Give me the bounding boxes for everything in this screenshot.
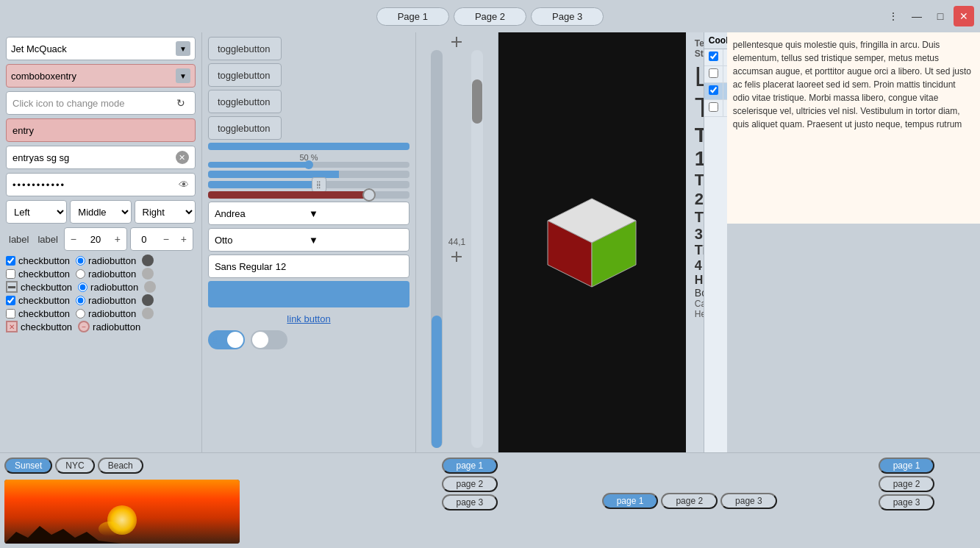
check4[interactable]: checkbutton [6,295,70,306]
checkbox1[interactable] [6,256,15,266]
toggle-btn-2[interactable]: togglebutton [208,63,282,87]
maximize-button[interactable]: □ [930,6,951,26]
combo-otto[interactable]: Otto ▼ [208,228,409,252]
search-clear-button[interactable]: ✕ [176,151,189,164]
combo-andrea[interactable]: Andrea ▼ [208,202,409,225]
toggle-switch-1[interactable]: ⣿ [208,330,245,349]
slider5-thumb[interactable] [362,188,376,202]
radio6-crossed[interactable]: − [78,321,90,332]
td-cool-2[interactable] [704,66,723,82]
row-check-1[interactable] [709,51,718,61]
search-input[interactable]: entryas sg sg [12,152,176,163]
slider3-track[interactable] [208,171,409,178]
align-select1[interactable]: LeftCenterRight [6,200,67,224]
check3[interactable]: checkbutton [6,281,72,293]
row-check-2[interactable] [709,68,718,78]
color-button[interactable] [208,281,409,307]
spin-input[interactable] [82,234,109,245]
table-row-orville[interactable]: ☾ Orville Rede... [704,83,727,100]
radio3-input[interactable] [78,282,87,292]
toggle-btn-1[interactable]: togglebutton [208,37,282,60]
checkbox3-mixed[interactable] [6,281,18,293]
num-minus[interactable]: − [157,227,175,251]
mode-reload-button[interactable]: ↻ [173,95,189,111]
font-row[interactable]: Sans Regular 12 [208,255,409,278]
slider2-track[interactable] [208,162,409,168]
combobox1[interactable]: Jet McQuack ▼ [6,37,196,60]
vslider-blue[interactable] [431,50,443,448]
radio3[interactable]: radiobutton [78,282,138,293]
spin-minus[interactable]: − [65,227,82,251]
toggle-btn-4[interactable]: togglebutton [208,116,282,140]
toggle-btn-3[interactable]: togglebutton [208,90,282,113]
td-cool-1[interactable] [704,49,723,65]
slider1-track[interactable] [208,143,409,150]
check2[interactable]: checkbutton [6,268,70,280]
check5[interactable]: checkbutton [6,308,70,319]
spin-plus[interactable]: + [109,227,126,251]
checkbox4[interactable] [6,296,15,305]
link-button[interactable]: link button [208,310,409,327]
entry-field[interactable]: entry [6,118,196,142]
num-plus[interactable]: + [175,227,193,251]
td-cool-4[interactable] [704,100,723,116]
vslider-grey[interactable] [471,50,483,448]
tab-page3[interactable]: Page 3 [531,7,604,26]
img-tab-beach[interactable]: Beach [98,458,143,474]
toggle-switch-2[interactable] [251,330,287,349]
eye-button[interactable]: 👁 [179,179,189,191]
bottom-page1-btn[interactable]: page 1 [442,458,498,474]
right-page1-btn[interactable]: page 1 [879,458,935,474]
tab-page2[interactable]: Page 2 [454,7,526,26]
row-check-3[interactable] [709,85,718,95]
combobox1-input[interactable]: Jet McQuack [11,43,176,54]
password-row[interactable]: 👁 [6,173,196,196]
radio1[interactable]: radiobutton [76,255,136,266]
img-tab-sunset[interactable]: Sunset [4,458,52,474]
radio4-input[interactable] [76,296,85,305]
tab-page1[interactable]: Page 1 [376,7,449,26]
entry-input[interactable]: entry [12,125,189,136]
radio5-input[interactable] [76,309,85,319]
radio6[interactable]: − radiobutton [78,321,140,332]
combobox2[interactable]: comboboxentry ▼ [6,64,196,88]
bottom-page2-btn[interactable]: page 2 [442,476,498,492]
minimize-button[interactable]: — [906,6,927,26]
checkbox5[interactable] [6,309,15,319]
row-check-4[interactable] [709,102,718,112]
combobox1-arrow[interactable]: ▼ [176,41,190,56]
slider5-track[interactable] [208,191,409,199]
img-tab-nyc[interactable]: NYC [55,458,94,474]
table-row-andrea[interactable]: ✓ Andrea Cimi [704,49,727,66]
table-row-benjamin[interactable]: Benjamin Com... [704,66,727,83]
check6[interactable]: ✕ checkbutton [6,321,72,332]
combobox2-input[interactable]: comboboxentry [11,71,176,82]
table-row-otto[interactable]: ! Otto chaotic [704,100,727,117]
search-row[interactable]: entryas sg sg ✕ [6,146,196,169]
radio1-input[interactable] [76,256,85,266]
check1[interactable]: checkbutton [6,255,70,266]
password-input[interactable] [12,179,179,191]
radio4[interactable]: radiobutton [76,295,136,306]
checkbox2[interactable] [6,269,15,279]
bottom-page3-btn[interactable]: page 3 [442,494,498,510]
align-select3[interactable]: RightLeftCenter [135,200,196,224]
checkbox6-cross[interactable]: ✕ [6,321,18,332]
vslider-num-display: 44,1 [448,237,465,247]
inline-page3-btn[interactable]: page 3 [720,493,777,509]
radio5[interactable]: radiobutton [76,308,136,319]
close-button[interactable]: ✕ [954,6,974,26]
menu-button[interactable]: ⋮ [883,6,904,26]
right-page3-btn[interactable]: page 3 [879,494,935,510]
slider4-track[interactable]: ⣿ [208,181,409,188]
radio2[interactable]: radiobutton [76,268,136,280]
combobox2-arrow[interactable]: ▼ [176,68,190,83]
slider4-thumb[interactable]: ⣿ [312,177,326,192]
inline-page1-btn[interactable]: page 1 [602,493,659,509]
align-select2[interactable]: MiddleTopBottom [70,200,131,224]
inline-page2-btn[interactable]: page 2 [661,493,718,509]
num-input[interactable] [131,234,157,245]
td-cool-3[interactable] [704,83,723,99]
radio2-input[interactable] [76,269,85,279]
right-page2-btn[interactable]: page 2 [879,476,935,492]
